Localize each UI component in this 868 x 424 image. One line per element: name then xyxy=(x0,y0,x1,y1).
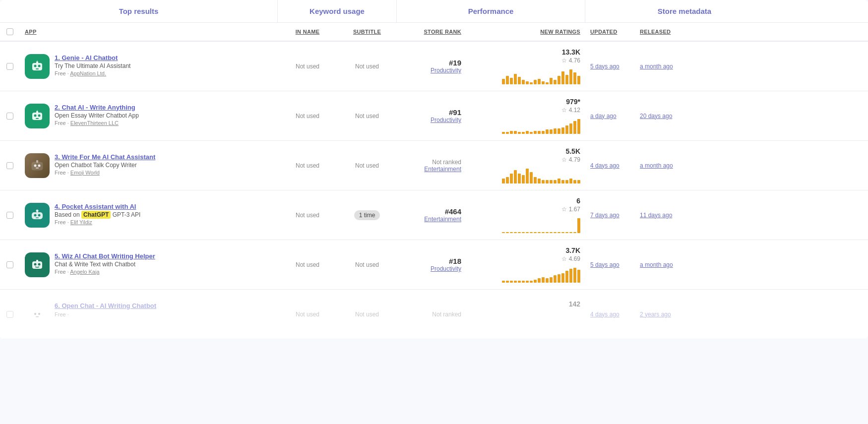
ratings-star-2: ☆ 4.79 xyxy=(561,156,580,163)
bar-chart-1 xyxy=(502,117,580,134)
ratings-count-1: 979* xyxy=(566,98,580,106)
subtitle-kw-not-used: Not used xyxy=(355,63,379,70)
table-row: 6. Open Chat - AI Writing Chatbot Free ·… xyxy=(0,290,868,339)
ratings-star-3: ☆ 1.67 xyxy=(561,206,580,213)
released-cell-0[interactable]: a month ago xyxy=(635,58,694,75)
app-icon-3 xyxy=(25,203,50,228)
released-cell-2[interactable]: a month ago xyxy=(635,157,694,174)
in-name-value-0: Not used xyxy=(296,63,319,70)
subtitle-kw-not-used: Not used xyxy=(355,113,379,120)
svg-rect-16 xyxy=(36,160,38,163)
ratings-count-0: 13.3K xyxy=(562,48,580,56)
developer-link-0[interactable]: AppNation Ltd. xyxy=(70,70,106,76)
updated-cell-5[interactable]: 4 days ago xyxy=(585,306,635,323)
row-checkbox-4[interactable] xyxy=(0,261,20,268)
col-updated: UPDATED xyxy=(585,27,635,37)
released-cell-4[interactable]: a month ago xyxy=(635,256,694,273)
row-checkbox-1[interactable] xyxy=(0,113,20,120)
svg-rect-15 xyxy=(36,168,39,169)
in-name-cell-5: Not used xyxy=(278,306,337,323)
rank-cell-4: #18 Productivity xyxy=(397,252,466,277)
subtitle-cell-2: Not used xyxy=(337,157,397,174)
rank-number: #464 xyxy=(445,207,461,216)
svg-rect-12 xyxy=(32,162,43,170)
rank-cell-0: #19 Productivity xyxy=(397,54,466,79)
updated-cell-1[interactable]: a day ago xyxy=(585,108,635,124)
subtitle-cell-0: Not used xyxy=(337,58,397,75)
row-checkbox-3[interactable] xyxy=(0,212,20,219)
updated-cell-4[interactable]: 5 days ago xyxy=(585,256,635,273)
svg-rect-9 xyxy=(36,118,39,119)
app-cell-3: 4. Pocket Assistant with AI Based on Cha… xyxy=(20,196,278,235)
subtitle-kw-not-used: Not used xyxy=(355,261,379,268)
store-category[interactable]: Entertainment xyxy=(402,216,461,223)
app-meta-1: Free · ElevenThirteen LLC xyxy=(55,120,139,126)
subtitle-cell-3: 1 time xyxy=(337,205,397,225)
app-cell-5: 6. Open Chat - AI Writing Chatbot Free · xyxy=(20,295,278,334)
updated-cell-2[interactable]: 4 days ago xyxy=(585,157,635,174)
app-icon-0 xyxy=(25,54,50,79)
section-keyword-usage: Keyword usage xyxy=(278,0,397,22)
app-info-2: 3. Write For Me AI Chat Assistant Open C… xyxy=(55,153,155,176)
rank-cell-1: #91 Productivity xyxy=(397,103,466,128)
chatgpt-highlight: ChatGPT xyxy=(81,211,111,219)
developer-link-3[interactable]: Elif Yildiz xyxy=(70,219,92,225)
table-row: 3. Write For Me AI Chat Assistant Open C… xyxy=(0,141,868,190)
store-category[interactable]: Productivity xyxy=(402,67,461,74)
released-cell-1[interactable]: 20 days ago xyxy=(635,108,694,124)
app-name-4[interactable]: 5. Wiz AI Chat Bot Writing Helper xyxy=(55,252,155,260)
app-name-5[interactable]: 6. Open Chat - AI Writing Chatbot xyxy=(55,302,156,309)
row-checkbox-5[interactable] xyxy=(0,311,20,318)
column-headers: APP IN NAME SUBTITLE STORE RANK NEW RATI… xyxy=(0,23,868,42)
in-name-value-2: Not used xyxy=(296,162,319,169)
bar-chart-3 xyxy=(502,216,580,233)
app-subtitle-3: Based on ChatGPT GPT-3 API xyxy=(55,211,140,218)
released-cell-5[interactable]: 2 years ago xyxy=(635,306,694,323)
released-cell-3[interactable]: 11 days ago xyxy=(635,207,694,224)
select-all-checkbox[interactable] xyxy=(0,28,20,35)
store-category[interactable]: Productivity xyxy=(402,265,461,272)
ratings-cell-4: 3.7K ☆ 4.69 xyxy=(466,242,585,288)
rank-number: #91 xyxy=(449,108,461,117)
row-checkbox-0[interactable] xyxy=(0,63,20,70)
ratings-cell-5: 142 xyxy=(466,295,585,333)
svg-point-29 xyxy=(38,313,40,315)
svg-rect-22 xyxy=(37,212,38,213)
ratings-count-4: 3.7K xyxy=(565,246,580,254)
updated-cell-0[interactable]: 5 days ago xyxy=(585,58,635,75)
svg-point-25 xyxy=(38,263,41,265)
ratings-count-2: 5.5K xyxy=(565,147,580,155)
table-row: 1. Genie - AI Chatbot Try The Ultimate A… xyxy=(0,42,868,91)
subtitle-kw-not-used: Not used xyxy=(355,162,379,169)
app-icon-1 xyxy=(25,104,50,128)
ratings-star-1: ☆ 4.12 xyxy=(561,107,580,114)
developer-link-2[interactable]: Emoji World xyxy=(70,170,100,176)
in-name-cell-1: Not used xyxy=(278,108,337,124)
svg-rect-27 xyxy=(32,311,42,318)
app-name-2[interactable]: 3. Write For Me AI Chat Assistant xyxy=(55,153,155,161)
app-info-4: 5. Wiz AI Chat Bot Writing Helper Chat &… xyxy=(55,252,155,275)
svg-point-24 xyxy=(34,263,37,265)
store-category[interactable]: Productivity xyxy=(402,117,461,123)
app-subtitle-0: Try The Ultimate AI Assistant xyxy=(55,62,130,69)
rank-number: #18 xyxy=(449,257,461,265)
col-app: APP xyxy=(20,27,278,37)
svg-point-8 xyxy=(38,114,41,117)
app-name-1[interactable]: 2. Chat AI - Write Anything xyxy=(55,104,139,111)
app-subtitle-2: Open Chatbot Talk Copy Writer xyxy=(55,162,155,169)
app-info-0: 1. Genie - AI Chatbot Try The Ultimate A… xyxy=(55,54,130,76)
app-info-1: 2. Chat AI - Write Anything Open Essay W… xyxy=(55,104,139,126)
developer-link-1[interactable]: ElevenThirteen LLC xyxy=(70,120,119,126)
app-name-0[interactable]: 1. Genie - AI Chatbot xyxy=(55,54,130,61)
table-row: 5. Wiz AI Chat Bot Writing Helper Chat &… xyxy=(0,240,868,290)
row-checkbox-2[interactable] xyxy=(0,162,20,169)
svg-rect-26 xyxy=(36,260,38,262)
app-subtitle-4: Chat & Write Text with Chatbot xyxy=(55,261,155,268)
updated-cell-3[interactable]: 7 days ago xyxy=(585,207,635,224)
app-name-3[interactable]: 4. Pocket Assistant with AI xyxy=(55,203,140,210)
ratings-star-4: ☆ 4.69 xyxy=(561,255,580,262)
developer-link-4[interactable]: Angelo Kaja xyxy=(70,269,99,275)
store-category[interactable]: Entertainment xyxy=(402,166,461,173)
in-name-cell-2: Not used xyxy=(278,157,337,174)
bar-chart-2 xyxy=(502,166,580,183)
